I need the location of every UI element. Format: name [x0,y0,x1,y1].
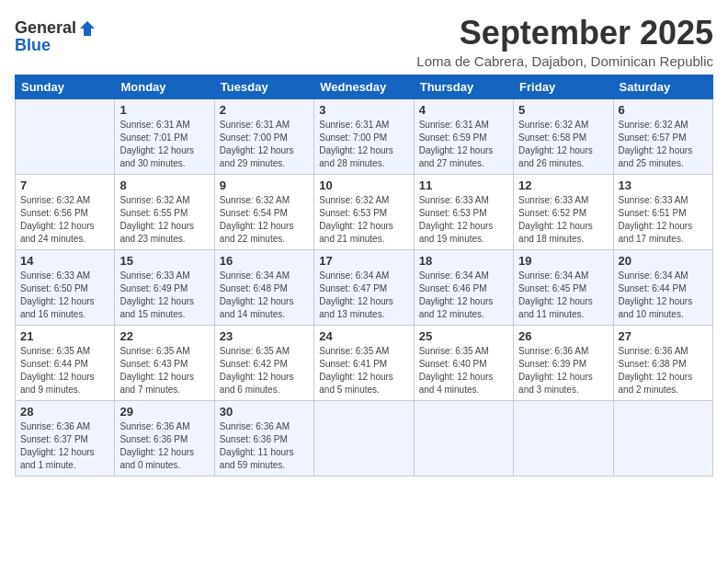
day-number: 27 [619,329,708,343]
day-info: Sunrise: 6:35 AM Sunset: 6:40 PM Dayligh… [419,345,508,396]
day-info: Sunrise: 6:31 AM Sunset: 7:00 PM Dayligh… [319,119,408,170]
day-info: Sunrise: 6:35 AM Sunset: 6:42 PM Dayligh… [220,345,309,396]
day-info: Sunrise: 6:32 AM Sunset: 6:54 PM Dayligh… [220,194,309,246]
day-number: 9 [220,178,309,192]
calendar-cell: 15Sunrise: 6:33 AM Sunset: 6:49 PM Dayli… [115,249,214,325]
calendar-cell: 25Sunrise: 6:35 AM Sunset: 6:40 PM Dayli… [414,325,513,400]
title-area: September 2025 Loma de Cabrera, Dajabon,… [416,15,713,69]
day-number: 2 [220,103,309,117]
day-info: Sunrise: 6:32 AM Sunset: 6:56 PM Dayligh… [20,194,109,246]
calendar-cell: 10Sunrise: 6:32 AM Sunset: 6:53 PM Dayli… [314,174,414,249]
day-number: 23 [220,329,309,343]
logo-blue-text: Blue [15,36,51,55]
calendar-cell: 9Sunrise: 6:32 AM Sunset: 6:54 PM Daylig… [214,174,313,249]
logo-icon [78,19,97,38]
weekday-header-saturday: Saturday [613,75,712,98]
day-info: Sunrise: 6:36 AM Sunset: 6:37 PM Dayligh… [20,420,109,472]
calendar-cell [613,400,712,476]
calendar-week-row: 1Sunrise: 6:31 AM Sunset: 7:01 PM Daylig… [16,98,713,174]
calendar-cell: 23Sunrise: 6:35 AM Sunset: 6:42 PM Dayli… [214,325,313,400]
day-number: 4 [419,103,508,117]
calendar-cell: 21Sunrise: 6:35 AM Sunset: 6:44 PM Dayli… [16,325,115,400]
day-number: 26 [518,329,608,343]
day-number: 13 [619,178,708,192]
calendar-cell: 4Sunrise: 6:31 AM Sunset: 6:59 PM Daylig… [414,98,513,174]
day-number: 19 [518,254,608,268]
day-info: Sunrise: 6:33 AM Sunset: 6:50 PM Dayligh… [20,270,109,321]
weekday-header-row: SundayMondayTuesdayWednesdayThursdayFrid… [16,75,713,98]
day-info: Sunrise: 6:33 AM Sunset: 6:49 PM Dayligh… [119,270,209,321]
calendar-week-row: 7Sunrise: 6:32 AM Sunset: 6:56 PM Daylig… [16,174,713,249]
day-number: 30 [220,405,309,419]
calendar-cell: 5Sunrise: 6:32 AM Sunset: 6:58 PM Daylig… [514,98,613,174]
calendar-cell: 6Sunrise: 6:32 AM Sunset: 6:57 PM Daylig… [613,98,712,174]
day-info: Sunrise: 6:36 AM Sunset: 6:38 PM Dayligh… [619,345,708,396]
logo-general-text: General [15,18,76,38]
day-info: Sunrise: 6:31 AM Sunset: 7:00 PM Dayligh… [220,119,309,170]
weekday-header-sunday: Sunday [16,75,115,98]
day-number: 15 [119,254,209,268]
calendar-cell: 16Sunrise: 6:34 AM Sunset: 6:48 PM Dayli… [214,249,313,325]
calendar-cell: 30Sunrise: 6:36 AM Sunset: 6:36 PM Dayli… [214,400,313,476]
calendar-cell: 27Sunrise: 6:36 AM Sunset: 6:38 PM Dayli… [613,325,712,400]
calendar-cell [314,400,414,476]
day-info: Sunrise: 6:34 AM Sunset: 6:44 PM Dayligh… [619,270,708,321]
day-number: 16 [220,254,309,268]
calendar-cell: 7Sunrise: 6:32 AM Sunset: 6:56 PM Daylig… [16,174,115,249]
calendar-cell: 29Sunrise: 6:36 AM Sunset: 6:36 PM Dayli… [115,400,214,476]
calendar-cell: 17Sunrise: 6:34 AM Sunset: 6:47 PM Dayli… [314,249,414,325]
day-number: 12 [518,178,608,192]
day-number: 22 [119,329,209,343]
day-number: 24 [319,329,408,343]
calendar-cell: 8Sunrise: 6:32 AM Sunset: 6:55 PM Daylig… [115,174,214,249]
weekday-header-friday: Friday [514,75,613,98]
calendar-cell: 22Sunrise: 6:35 AM Sunset: 6:43 PM Dayli… [115,325,214,400]
svg-marker-0 [80,21,95,36]
day-info: Sunrise: 6:31 AM Sunset: 7:01 PM Dayligh… [119,119,209,170]
calendar-cell [16,98,115,174]
day-number: 20 [619,254,708,268]
calendar-table: SundayMondayTuesdayWednesdayThursdayFrid… [15,75,713,477]
day-number: 7 [20,178,109,192]
day-info: Sunrise: 6:34 AM Sunset: 6:45 PM Dayligh… [518,270,608,321]
calendar-cell: 1Sunrise: 6:31 AM Sunset: 7:01 PM Daylig… [115,98,214,174]
day-number: 18 [419,254,508,268]
calendar-cell [514,400,613,476]
logo: General Blue [15,15,97,55]
day-number: 1 [119,103,209,117]
day-number: 28 [20,405,109,419]
day-info: Sunrise: 6:33 AM Sunset: 6:51 PM Dayligh… [619,194,708,246]
calendar-week-row: 21Sunrise: 6:35 AM Sunset: 6:44 PM Dayli… [16,325,713,400]
calendar-cell: 13Sunrise: 6:33 AM Sunset: 6:51 PM Dayli… [613,174,712,249]
day-number: 29 [119,405,209,419]
day-info: Sunrise: 6:34 AM Sunset: 6:48 PM Dayligh… [220,270,309,321]
calendar-week-row: 28Sunrise: 6:36 AM Sunset: 6:37 PM Dayli… [16,400,713,476]
day-info: Sunrise: 6:32 AM Sunset: 6:57 PM Dayligh… [619,119,708,170]
day-number: 21 [20,329,109,343]
day-number: 10 [319,178,408,192]
day-number: 14 [20,254,109,268]
day-info: Sunrise: 6:32 AM Sunset: 6:53 PM Dayligh… [319,194,408,246]
day-info: Sunrise: 6:34 AM Sunset: 6:46 PM Dayligh… [419,270,508,321]
calendar-cell: 26Sunrise: 6:36 AM Sunset: 6:39 PM Dayli… [514,325,613,400]
day-number: 25 [419,329,508,343]
day-info: Sunrise: 6:33 AM Sunset: 6:53 PM Dayligh… [419,194,508,246]
day-info: Sunrise: 6:36 AM Sunset: 6:36 PM Dayligh… [220,420,309,472]
calendar-cell [414,400,513,476]
day-number: 11 [419,178,508,192]
page-header: General Blue September 2025 Loma de Cabr… [15,15,713,69]
calendar-cell: 2Sunrise: 6:31 AM Sunset: 7:00 PM Daylig… [214,98,313,174]
day-info: Sunrise: 6:32 AM Sunset: 6:58 PM Dayligh… [518,119,608,170]
weekday-header-thursday: Thursday [414,75,513,98]
day-number: 3 [319,103,408,117]
day-info: Sunrise: 6:35 AM Sunset: 6:41 PM Dayligh… [319,345,408,396]
day-number: 8 [119,178,209,192]
day-number: 5 [518,103,608,117]
weekday-header-wednesday: Wednesday [314,75,414,98]
calendar-cell: 20Sunrise: 6:34 AM Sunset: 6:44 PM Dayli… [613,249,712,325]
calendar-cell: 19Sunrise: 6:34 AM Sunset: 6:45 PM Dayli… [514,249,613,325]
calendar-cell: 28Sunrise: 6:36 AM Sunset: 6:37 PM Dayli… [16,400,115,476]
weekday-header-monday: Monday [115,75,214,98]
day-info: Sunrise: 6:34 AM Sunset: 6:47 PM Dayligh… [319,270,408,321]
day-info: Sunrise: 6:31 AM Sunset: 6:59 PM Dayligh… [419,119,508,170]
